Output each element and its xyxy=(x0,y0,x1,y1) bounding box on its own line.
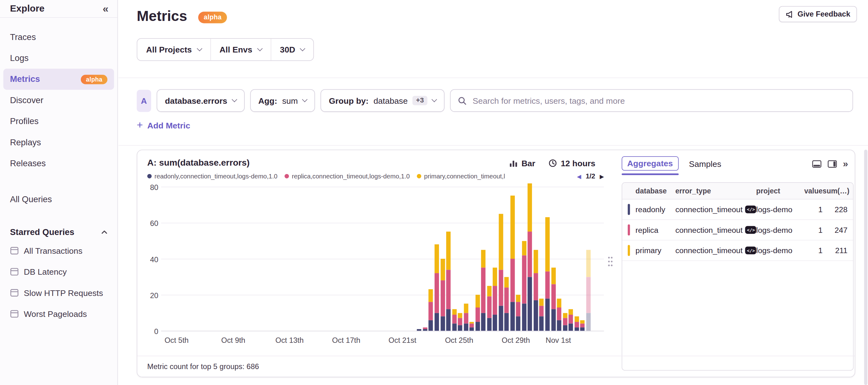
sidebar-item-releases[interactable]: Releases xyxy=(3,153,114,174)
row-color-strip xyxy=(628,204,630,215)
metric-count-footer: Metric count for top 5 groups: 686 xyxy=(147,362,259,371)
chart-bar xyxy=(510,196,515,331)
starred-queries-list: All Transactions DB Latency Slow HTTP Re… xyxy=(0,240,117,324)
legend-dot xyxy=(285,174,289,178)
aggregate-select[interactable]: Agg: sum xyxy=(250,89,315,112)
page-title: Metrics xyxy=(137,8,187,25)
resize-drag-handle[interactable] xyxy=(607,255,614,267)
starred-queries-header[interactable]: Starred Queries xyxy=(10,227,107,237)
expand-panel-icon[interactable]: » xyxy=(843,159,848,169)
chart-bar xyxy=(563,313,567,331)
environment-filter[interactable]: All Envs xyxy=(210,39,271,60)
legend-dot xyxy=(147,174,152,178)
query-icon xyxy=(10,246,19,255)
chart-bar xyxy=(423,327,427,331)
table-row[interactable]: replica connection_timeout </> logs-demo… xyxy=(622,220,853,241)
search-input[interactable] xyxy=(471,95,845,106)
date-range-filter[interactable]: 30D xyxy=(270,39,313,60)
starred-item-all-transactions[interactable]: All Transactions xyxy=(3,240,114,261)
sidebar-title: Explore xyxy=(10,3,45,14)
chart-bar xyxy=(545,217,550,331)
metric-select[interactable]: database.errors xyxy=(157,89,245,112)
chevron-down-icon xyxy=(432,96,437,102)
column-header-error-type: error_type xyxy=(675,186,756,195)
scrollbar[interactable] xyxy=(864,150,868,385)
sidebar: Explore « Traces Logs Metrics alpha Disc… xyxy=(0,0,118,385)
cell-error-type: connection_timeout </> xyxy=(675,226,756,234)
chart-bar xyxy=(458,313,462,331)
table-row[interactable]: primary connection_timeout </> logs-demo… xyxy=(622,240,853,261)
legend-page-indicator: 1/2 xyxy=(586,172,595,180)
cell-project: logs-demo xyxy=(756,246,804,255)
sidebar-item-traces[interactable]: Traces xyxy=(3,27,114,48)
display-mode-select[interactable]: Bar xyxy=(509,158,535,168)
chevron-down-icon xyxy=(197,46,202,51)
sidebar-item-logs[interactable]: Logs xyxy=(3,48,114,68)
cell-value: 1 xyxy=(804,246,823,255)
query-icon xyxy=(10,309,19,318)
x-tick-label: Oct 25th xyxy=(445,336,473,345)
give-feedback-button[interactable]: Give Feedback xyxy=(779,6,857,22)
chart-bar xyxy=(568,309,573,331)
layout-rows-icon[interactable] xyxy=(812,160,821,168)
tab-samples[interactable]: Samples xyxy=(687,156,723,170)
legend-next-icon[interactable]: ▶ xyxy=(600,173,604,179)
collapse-sidebar-icon[interactable]: « xyxy=(103,3,108,14)
app: Explore « Traces Logs Metrics alpha Disc… xyxy=(0,0,868,385)
table-row[interactable]: readonly connection_timeout </> logs-dem… xyxy=(622,199,853,220)
starred-item-db-latency[interactable]: DB Latency xyxy=(3,261,114,282)
panel-tabs: Aggregates Samples xyxy=(622,156,723,171)
table-header: database error_type project value sum(…) xyxy=(622,183,853,199)
sidebar-header: Explore « xyxy=(0,0,117,18)
chart-bar xyxy=(470,322,474,331)
panel-layout-controls: » xyxy=(812,159,848,169)
chevron-up-icon xyxy=(101,230,107,234)
code-icon: </> xyxy=(745,246,756,255)
chart-bar xyxy=(487,286,491,331)
interval-select[interactable]: 12 hours xyxy=(549,158,595,168)
cell-database: replica xyxy=(636,226,675,234)
cell-sum: 247 xyxy=(823,226,848,234)
y-tick-label: 20 xyxy=(150,292,158,300)
starred-item-worst-pageloads[interactable]: Worst Pageloads xyxy=(3,303,114,324)
code-icon: </> xyxy=(745,226,756,234)
starred-item-slow-http-requests[interactable]: Slow HTTP Requests xyxy=(3,282,114,303)
sidebar-item-replays[interactable]: Replays xyxy=(3,132,114,153)
x-tick-label: Oct 17th xyxy=(332,336,360,345)
group-by-select[interactable]: Group by: database +3 xyxy=(321,89,445,112)
divider xyxy=(118,78,868,78)
sidebar-item-discover[interactable]: Discover xyxy=(3,90,114,111)
chart-bar xyxy=(452,309,457,331)
project-filter[interactable]: All Projects xyxy=(137,39,210,60)
sidebar-item-all-queries[interactable]: All Queries xyxy=(3,189,114,210)
plus-icon: + xyxy=(137,120,143,130)
y-tick-label: 0 xyxy=(154,327,158,336)
chevron-down-icon xyxy=(257,46,262,51)
chart-bar xyxy=(539,298,544,331)
alpha-badge: alpha xyxy=(81,75,107,84)
chart-bar xyxy=(534,250,538,331)
layout-columns-icon[interactable] xyxy=(828,160,837,168)
cell-database: readonly xyxy=(636,205,675,214)
legend-prev-icon[interactable]: ◀ xyxy=(577,173,581,179)
sidebar-item-metrics[interactable]: Metrics alpha xyxy=(3,69,114,90)
column-header-value: value xyxy=(804,186,823,195)
add-metric-button[interactable]: + Add Metric xyxy=(137,121,190,130)
legend-item[interactable]: readonly,connection_timeout,logs-demo,1.… xyxy=(147,173,278,179)
alpha-badge: alpha xyxy=(198,11,227,23)
chart-bar xyxy=(475,295,479,331)
x-tick-label: Oct 9th xyxy=(221,336,245,345)
query-letter-badge: A xyxy=(137,89,151,112)
x-tick-label: Oct 21st xyxy=(389,336,416,345)
column-header-project: project xyxy=(756,186,804,195)
cell-sum: 228 xyxy=(823,205,848,214)
tab-aggregates[interactable]: Aggregates xyxy=(622,156,679,171)
sidebar-item-profiles[interactable]: Profiles xyxy=(3,111,114,132)
gridline xyxy=(161,186,604,187)
legend-item[interactable]: primary,connection_timeout,l xyxy=(417,173,505,179)
chart-bar xyxy=(557,298,561,331)
sidebar-nav: Traces Logs Metrics alpha Discover Profi… xyxy=(0,18,117,210)
legend-item[interactable]: replica,connection_timeout,logs-demo,1.0 xyxy=(285,173,410,179)
chevron-down-icon xyxy=(300,46,306,51)
cell-project: logs-demo xyxy=(756,205,804,214)
